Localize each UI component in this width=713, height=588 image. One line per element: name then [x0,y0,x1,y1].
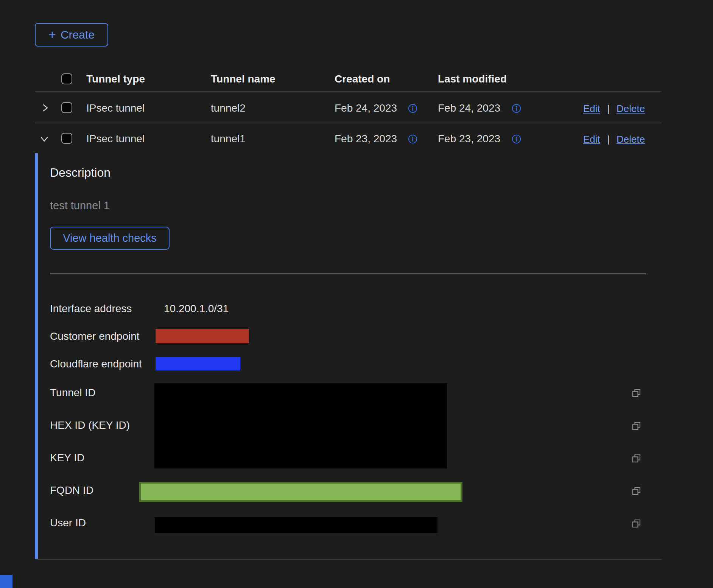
cloudflare-endpoint-redaction [156,357,240,370]
detail-section-divider [50,274,646,274]
info-icon[interactable] [512,134,521,144]
tunnels-page: + Create Tunnel type Tunnel name Created… [0,0,713,588]
create-button[interactable]: + Create [35,23,108,47]
copy-icon[interactable] [631,387,642,398]
edit-link-tunnel1[interactable]: Edit [583,134,600,145]
view-health-checks-button[interactable]: View health checks [50,227,170,250]
copy-icon[interactable] [631,485,642,496]
chevron-right-icon[interactable] [40,103,50,113]
description-label: Description [50,166,111,179]
info-icon[interactable] [512,104,521,113]
cell-last-modified: Feb 24, 2023 [438,103,500,114]
fqdn-id-redaction [139,482,462,502]
cell-created-on: Feb 23, 2023 [335,133,397,145]
user-id-label: User ID [50,517,86,529]
tunnel-id-label: Tunnel ID [50,387,95,399]
edit-link-tunnel2[interactable]: Edit [583,103,600,114]
plus-icon: + [48,28,56,41]
row-divider [35,123,662,123]
header-created-on: Created on [335,73,390,85]
key-id-label: KEY ID [50,452,84,464]
description-value: test tunnel 1 [50,199,110,212]
header-tunnel-name: Tunnel name [211,73,276,85]
copy-icon[interactable] [631,518,642,529]
copy-icon[interactable] [631,453,642,464]
header-last-modified: Last modified [438,73,507,85]
info-icon[interactable] [408,134,417,144]
copy-icon[interactable] [631,420,642,431]
ids-redaction-block [154,383,447,468]
user-id-redaction [155,517,437,533]
cell-last-modified: Feb 23, 2023 [438,133,500,145]
cell-tunnel-type: IPsec tunnel [86,133,145,145]
link-separator: | [607,134,610,145]
customer-endpoint-redaction [156,329,249,343]
cell-created-on: Feb 24, 2023 [335,103,397,114]
link-separator: | [607,103,610,114]
header-divider [35,91,662,92]
hex-id-label: HEX ID (KEY ID) [50,419,130,431]
cell-tunnel-name: tunnel1 [211,133,246,145]
row-checkbox-tunnel1[interactable] [61,133,72,144]
select-all-checkbox[interactable] [61,73,72,84]
expanded-row-accent-bar [35,153,38,559]
bottom-left-blue-fragment [0,575,12,588]
create-button-label: Create [61,28,95,41]
interface-address-value: 10.200.1.0/31 [164,303,229,315]
row-checkbox-tunnel2[interactable] [61,102,72,113]
view-health-checks-label: View health checks [63,232,157,244]
delete-link-tunnel2[interactable]: Delete [616,103,645,114]
delete-link-tunnel1[interactable]: Delete [616,134,645,145]
fqdn-id-label: FQDN ID [50,484,93,496]
cloudflare-endpoint-label: Cloudflare endpoint [50,358,142,370]
customer-endpoint-label: Customer endpoint [50,330,140,342]
info-icon[interactable] [408,104,417,113]
interface-address-label: Interface address [50,303,132,315]
cell-tunnel-name: tunnel2 [211,103,246,114]
header-tunnel-type: Tunnel type [86,73,145,85]
cell-tunnel-type: IPsec tunnel [86,103,145,114]
panel-bottom-divider [35,559,662,560]
chevron-down-icon[interactable] [39,134,49,144]
